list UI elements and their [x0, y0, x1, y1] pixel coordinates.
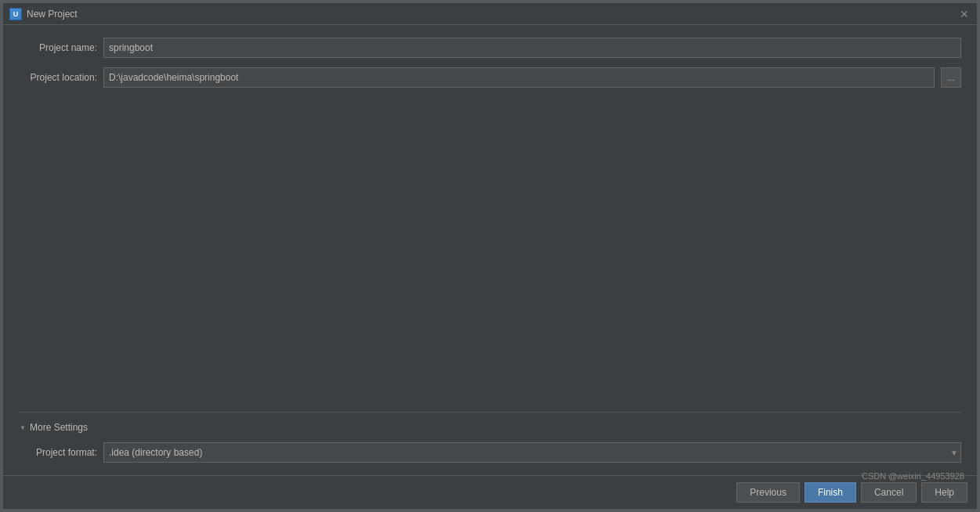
project-location-label: Project location:: [19, 72, 97, 83]
project-location-row: Project location: ...: [19, 67, 961, 88]
dialog-title: New Project: [27, 9, 78, 20]
triangle-icon: ▼: [19, 424, 27, 431]
project-location-input[interactable]: [103, 67, 935, 88]
previous-button[interactable]: Previous: [736, 482, 800, 503]
more-settings-content: Project format: .idea (directory based) …: [19, 436, 961, 463]
project-format-label: Project format:: [19, 447, 97, 458]
project-format-row: Project format: .idea (directory based) …: [19, 442, 961, 463]
project-format-select-wrapper: .idea (directory based) Eclipse (classic…: [103, 442, 961, 463]
more-settings-section: ▼ More Settings Project format: .idea (d…: [19, 412, 961, 463]
project-name-row: Project name:: [19, 38, 961, 58]
project-name-input[interactable]: [103, 38, 961, 58]
project-name-label: Project name:: [19, 42, 97, 53]
finish-button[interactable]: Finish: [805, 482, 856, 503]
dialog-footer: Previous Finish Cancel Help: [3, 475, 977, 509]
help-button[interactable]: Help: [921, 482, 967, 503]
new-project-dialog: U New Project ✕ Project name: Project lo…: [2, 2, 978, 510]
content-spacer: [19, 97, 961, 402]
cancel-button[interactable]: Cancel: [861, 482, 917, 503]
project-format-select[interactable]: .idea (directory based) Eclipse (classic…: [103, 442, 961, 463]
dialog-wrapper: U New Project ✕ Project name: Project lo…: [0, 0, 980, 512]
dialog-content: Project name: Project location: ... ▼ Mo…: [3, 25, 977, 475]
title-bar-left: U New Project: [9, 8, 78, 20]
more-settings-label: More Settings: [30, 422, 88, 433]
more-settings-toggle[interactable]: ▼ More Settings: [19, 419, 961, 436]
close-button[interactable]: ✕: [958, 8, 971, 20]
app-icon: U: [9, 8, 22, 20]
browse-button[interactable]: ...: [941, 67, 961, 88]
title-bar: U New Project ✕: [3, 3, 977, 25]
